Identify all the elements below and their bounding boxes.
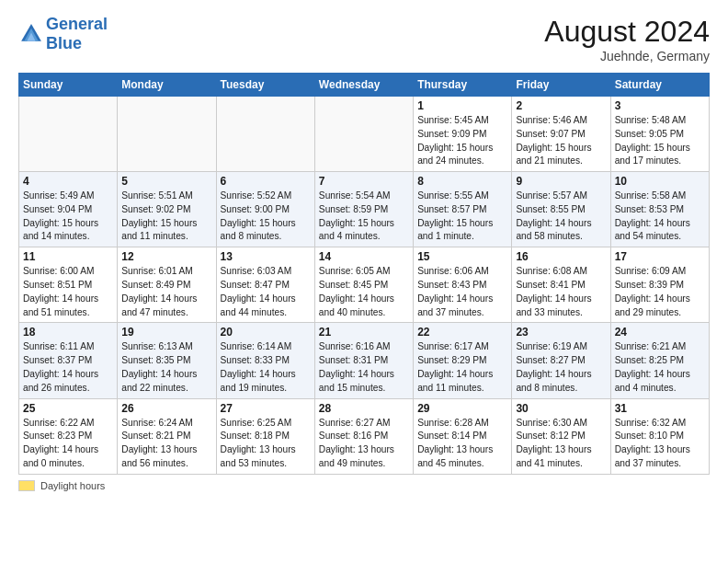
day-number: 23 <box>516 326 606 339</box>
day-info: Sunrise: 6:28 AM Sunset: 8:14 PM Dayligh… <box>417 417 507 471</box>
table-row: 5Sunrise: 5:51 AM Sunset: 9:02 PM Daylig… <box>118 172 216 247</box>
day-number: 15 <box>417 250 507 263</box>
table-row <box>118 97 216 172</box>
day-number: 7 <box>319 175 409 188</box>
table-row: 13Sunrise: 6:03 AM Sunset: 8:47 PM Dayli… <box>216 247 314 323</box>
day-info: Sunrise: 5:54 AM Sunset: 8:59 PM Dayligh… <box>319 190 409 244</box>
table-row: 21Sunrise: 6:16 AM Sunset: 8:31 PM Dayli… <box>314 323 413 398</box>
day-info: Sunrise: 6:27 AM Sunset: 8:16 PM Dayligh… <box>319 417 409 471</box>
day-number: 31 <box>615 402 705 415</box>
day-info: Sunrise: 6:19 AM Sunset: 8:27 PM Dayligh… <box>516 340 606 395</box>
header-wednesday: Wednesday <box>314 74 413 97</box>
header-thursday: Thursday <box>414 74 512 97</box>
logo-blue: Blue <box>46 34 108 53</box>
logo: General Blue <box>18 15 108 52</box>
table-row: 10Sunrise: 5:58 AM Sunset: 8:53 PM Dayli… <box>610 172 709 247</box>
day-number: 26 <box>121 402 211 415</box>
day-info: Sunrise: 5:52 AM Sunset: 9:00 PM Dayligh… <box>221 190 311 244</box>
day-number: 3 <box>615 99 705 112</box>
footer: Daylight hours <box>18 480 710 491</box>
day-info: Sunrise: 6:16 AM Sunset: 8:31 PM Dayligh… <box>319 340 409 395</box>
calendar-header-row: Sunday Monday Tuesday Wednesday Thursday… <box>19 74 710 97</box>
table-row: 22Sunrise: 6:17 AM Sunset: 8:29 PM Dayli… <box>414 323 512 398</box>
day-info: Sunrise: 6:03 AM Sunset: 8:47 PM Dayligh… <box>221 265 311 319</box>
day-number: 4 <box>23 175 113 188</box>
logo-icon <box>18 21 44 47</box>
table-row: 1Sunrise: 5:45 AM Sunset: 9:09 PM Daylig… <box>414 97 512 172</box>
calendar-week-row: 1Sunrise: 5:45 AM Sunset: 9:09 PM Daylig… <box>19 97 710 172</box>
day-info: Sunrise: 6:00 AM Sunset: 8:51 PM Dayligh… <box>23 265 113 319</box>
table-row <box>314 97 413 172</box>
day-number: 1 <box>417 99 507 112</box>
day-info: Sunrise: 6:09 AM Sunset: 8:39 PM Dayligh… <box>615 265 705 319</box>
day-info: Sunrise: 6:05 AM Sunset: 8:45 PM Dayligh… <box>319 265 409 319</box>
daylight-box-icon <box>18 480 35 491</box>
day-number: 5 <box>121 175 211 188</box>
day-info: Sunrise: 5:48 AM Sunset: 9:05 PM Dayligh… <box>615 114 705 168</box>
day-number: 25 <box>23 402 113 415</box>
day-info: Sunrise: 6:08 AM Sunset: 8:41 PM Dayligh… <box>516 265 606 319</box>
day-number: 18 <box>23 326 113 339</box>
day-info: Sunrise: 6:32 AM Sunset: 8:10 PM Dayligh… <box>615 417 705 471</box>
month-year-title: August 2024 <box>544 15 710 49</box>
day-info: Sunrise: 6:11 AM Sunset: 8:37 PM Dayligh… <box>23 340 113 395</box>
table-row: 26Sunrise: 6:24 AM Sunset: 8:21 PM Dayli… <box>118 398 216 474</box>
table-row: 2Sunrise: 5:46 AM Sunset: 9:07 PM Daylig… <box>512 97 610 172</box>
table-row: 23Sunrise: 6:19 AM Sunset: 8:27 PM Dayli… <box>512 323 610 398</box>
day-info: Sunrise: 5:45 AM Sunset: 9:09 PM Dayligh… <box>417 114 507 168</box>
day-info: Sunrise: 5:51 AM Sunset: 9:02 PM Dayligh… <box>121 190 211 244</box>
table-row: 27Sunrise: 6:25 AM Sunset: 8:18 PM Dayli… <box>216 398 314 474</box>
day-info: Sunrise: 6:17 AM Sunset: 8:29 PM Dayligh… <box>417 340 507 395</box>
table-row: 30Sunrise: 6:30 AM Sunset: 8:12 PM Dayli… <box>512 398 610 474</box>
day-info: Sunrise: 6:14 AM Sunset: 8:33 PM Dayligh… <box>221 340 311 395</box>
calendar-week-row: 4Sunrise: 5:49 AM Sunset: 9:04 PM Daylig… <box>19 172 710 247</box>
day-info: Sunrise: 6:21 AM Sunset: 8:25 PM Dayligh… <box>615 340 705 395</box>
day-info: Sunrise: 6:24 AM Sunset: 8:21 PM Dayligh… <box>121 417 211 471</box>
day-number: 12 <box>121 250 211 263</box>
table-row: 18Sunrise: 6:11 AM Sunset: 8:37 PM Dayli… <box>19 323 118 398</box>
day-info: Sunrise: 6:25 AM Sunset: 8:18 PM Dayligh… <box>221 417 311 471</box>
table-row: 28Sunrise: 6:27 AM Sunset: 8:16 PM Dayli… <box>314 398 413 474</box>
header-friday: Friday <box>512 74 610 97</box>
location-subtitle: Juehnde, Germany <box>544 49 710 63</box>
logo-general: General <box>46 15 108 33</box>
table-row: 9Sunrise: 5:57 AM Sunset: 8:55 PM Daylig… <box>512 172 610 247</box>
day-number: 20 <box>221 326 311 339</box>
table-row: 8Sunrise: 5:55 AM Sunset: 8:57 PM Daylig… <box>414 172 512 247</box>
day-number: 30 <box>516 402 606 415</box>
day-number: 28 <box>319 402 409 415</box>
table-row: 15Sunrise: 6:06 AM Sunset: 8:43 PM Dayli… <box>414 247 512 323</box>
table-row <box>19 97 118 172</box>
header-saturday: Saturday <box>610 74 709 97</box>
day-info: Sunrise: 6:13 AM Sunset: 8:35 PM Dayligh… <box>121 340 211 395</box>
day-number: 24 <box>615 326 705 339</box>
calendar-week-row: 25Sunrise: 6:22 AM Sunset: 8:23 PM Dayli… <box>19 398 710 474</box>
title-block: August 2024 Juehnde, Germany <box>544 15 710 63</box>
day-number: 22 <box>417 326 507 339</box>
day-info: Sunrise: 5:49 AM Sunset: 9:04 PM Dayligh… <box>23 190 113 244</box>
table-row: 29Sunrise: 6:28 AM Sunset: 8:14 PM Dayli… <box>414 398 512 474</box>
day-info: Sunrise: 6:30 AM Sunset: 8:12 PM Dayligh… <box>516 417 606 471</box>
day-number: 10 <box>615 175 705 188</box>
day-info: Sunrise: 5:55 AM Sunset: 8:57 PM Dayligh… <box>417 190 507 244</box>
day-number: 8 <box>417 175 507 188</box>
calendar-table: Sunday Monday Tuesday Wednesday Thursday… <box>18 73 710 475</box>
table-row <box>216 97 314 172</box>
day-info: Sunrise: 5:58 AM Sunset: 8:53 PM Dayligh… <box>615 190 705 244</box>
header-sunday: Sunday <box>19 74 118 97</box>
day-info: Sunrise: 6:06 AM Sunset: 8:43 PM Dayligh… <box>417 265 507 319</box>
day-number: 2 <box>516 99 606 112</box>
table-row: 6Sunrise: 5:52 AM Sunset: 9:00 PM Daylig… <box>216 172 314 247</box>
day-info: Sunrise: 6:01 AM Sunset: 8:49 PM Dayligh… <box>121 265 211 319</box>
day-number: 19 <box>121 326 211 339</box>
day-number: 11 <box>23 250 113 263</box>
table-row: 16Sunrise: 6:08 AM Sunset: 8:41 PM Dayli… <box>512 247 610 323</box>
table-row: 12Sunrise: 6:01 AM Sunset: 8:49 PM Dayli… <box>118 247 216 323</box>
calendar-week-row: 18Sunrise: 6:11 AM Sunset: 8:37 PM Dayli… <box>19 323 710 398</box>
table-row: 7Sunrise: 5:54 AM Sunset: 8:59 PM Daylig… <box>314 172 413 247</box>
table-row: 31Sunrise: 6:32 AM Sunset: 8:10 PM Dayli… <box>610 398 709 474</box>
table-row: 19Sunrise: 6:13 AM Sunset: 8:35 PM Dayli… <box>118 323 216 398</box>
day-number: 21 <box>319 326 409 339</box>
calendar-week-row: 11Sunrise: 6:00 AM Sunset: 8:51 PM Dayli… <box>19 247 710 323</box>
day-info: Sunrise: 5:46 AM Sunset: 9:07 PM Dayligh… <box>516 114 606 168</box>
